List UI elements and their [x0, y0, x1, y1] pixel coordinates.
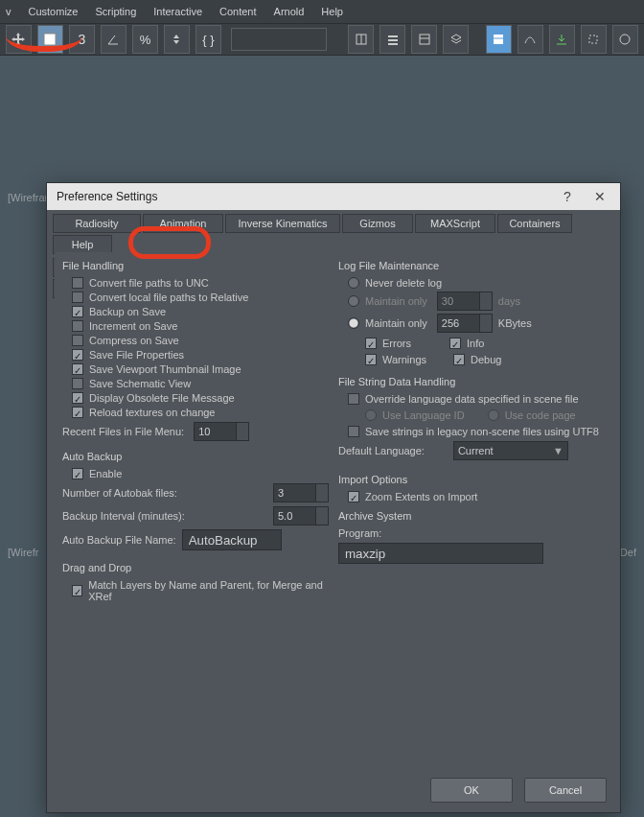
svg-rect-6	[420, 35, 429, 44]
cb-log-warnings[interactable]: Warnings	[365, 354, 426, 365]
svg-rect-10	[589, 35, 597, 43]
cb-log-debug[interactable]: Debug	[453, 354, 501, 365]
svg-rect-3	[388, 35, 398, 37]
default-language-label: Default Language:	[338, 445, 425, 456]
recent-files-spinner[interactable]	[194, 422, 249, 441]
rb-use-code-page[interactable]: Use code page	[488, 409, 576, 421]
tool-button[interactable]	[348, 25, 374, 54]
svg-rect-8	[494, 35, 503, 44]
viewport-label: [Wirefr	[8, 547, 38, 558]
right-column: Log File Maintenance Never delete log Ma…	[338, 258, 605, 605]
tool-button[interactable]	[612, 25, 638, 54]
default-language-row: Default Language: Current▼	[338, 441, 605, 460]
autobak-count-label: Number of Autobak files:	[62, 487, 177, 499]
tool-button[interactable]	[411, 25, 437, 54]
rb-never-delete-log[interactable]: Never delete log	[348, 277, 605, 289]
tool-button[interactable]	[581, 25, 607, 54]
group-string-handling: File String Data Handling	[338, 376, 605, 387]
cb-save-file-properties[interactable]: Save File Properties	[72, 349, 329, 361]
close-button[interactable]: ✕	[584, 183, 616, 210]
archive-program-label: Program:	[338, 527, 605, 539]
viewport-label: [Wirefran	[8, 192, 51, 203]
cb-save-strings-utf8[interactable]: Save strings in legacy non-scene files u…	[348, 426, 605, 437]
cb-override-language-data[interactable]: Override language data specified in scen…	[348, 393, 605, 405]
tab-gizmos[interactable]: Gizmos	[342, 214, 413, 233]
autobak-name-row: Auto Backup File Name:	[62, 529, 329, 550]
tool-button[interactable]	[486, 25, 512, 54]
group-archive-system: Archive System	[338, 510, 605, 522]
cb-backup-on-save[interactable]: Backup on Save	[72, 306, 329, 317]
cb-log-errors[interactable]: Errors	[365, 338, 411, 349]
menu-interactive[interactable]: Interactive	[153, 0, 202, 23]
tab-inverse-kinematics[interactable]: Inverse Kinematics	[225, 214, 340, 233]
main-toolbar: 3 % { }	[0, 24, 644, 56]
layers-icon[interactable]	[443, 25, 469, 54]
autobak-interval-row: Backup Interval (minutes):	[62, 506, 329, 525]
cb-save-schematic-view[interactable]: Save Schematic View	[72, 378, 329, 389]
cb-log-info[interactable]: Info	[449, 338, 484, 349]
tool-button-3[interactable]: 3	[69, 25, 95, 54]
menu-content[interactable]: Content	[219, 0, 257, 23]
braces-tool-icon[interactable]: { }	[196, 25, 221, 54]
tool-button[interactable]	[380, 25, 405, 54]
archive-program-input[interactable]	[338, 543, 543, 564]
dialog-titlebar: Preference Settings ? ✕	[47, 183, 620, 210]
autobak-count-spinner[interactable]	[273, 483, 329, 502]
move-tool-icon[interactable]	[6, 25, 32, 54]
group-log-maintenance: Log File Maintenance	[338, 260, 605, 271]
default-language-dropdown[interactable]: Current▼	[453, 441, 568, 460]
group-import-options: Import Options	[338, 474, 605, 485]
rb-maintain-days[interactable]: Maintain only days	[348, 292, 605, 311]
maintain-days-spinner[interactable]	[437, 292, 493, 311]
svg-point-11	[620, 35, 630, 44]
preference-settings-dialog: Preference Settings ? ✕ Radiosity Animat…	[46, 182, 621, 813]
menu-item[interactable]: v	[6, 0, 12, 23]
autobak-count-row: Number of Autobak files:	[62, 483, 329, 502]
autobak-name-label: Auto Backup File Name:	[62, 534, 176, 546]
cb-match-layers[interactable]: Match Layers by Name and Parent, for Mer…	[72, 579, 329, 602]
cb-reload-textures[interactable]: Reload textures on change	[72, 407, 329, 418]
cb-display-obsolete-message[interactable]: Display Obsolete File Message	[72, 392, 329, 404]
cb-convert-unc[interactable]: Convert file paths to UNC	[72, 277, 329, 289]
tab-help[interactable]: Help	[53, 235, 112, 254]
cancel-button[interactable]: Cancel	[524, 778, 607, 803]
cb-convert-relative[interactable]: Convert local file paths to Relative	[72, 292, 329, 303]
menu-customize[interactable]: Customize	[29, 0, 79, 23]
autobak-name-input[interactable]	[182, 529, 282, 550]
left-column: File Handling Convert file paths to UNC …	[62, 258, 329, 605]
tab-animation[interactable]: Animation	[143, 214, 223, 233]
help-button[interactable]: ?	[551, 183, 584, 210]
menu-help[interactable]: Help	[321, 0, 343, 23]
dialog-button-row: OK Cancel	[430, 778, 607, 803]
percent-tool-icon[interactable]: %	[132, 25, 158, 54]
selection-set-dropdown[interactable]	[231, 28, 327, 51]
tab-containers[interactable]: Containers	[497, 214, 572, 233]
menu-scripting[interactable]: Scripting	[95, 0, 136, 23]
ok-button[interactable]: OK	[430, 778, 513, 803]
maintain-kbytes-spinner[interactable]	[437, 314, 493, 333]
svg-rect-5	[388, 43, 398, 45]
dialog-title: Preference Settings	[57, 183, 551, 210]
autobak-interval-spinner[interactable]	[273, 506, 329, 525]
group-drag-drop: Drag and Drop	[62, 562, 329, 573]
tab-maxscript[interactable]: MAXScript	[415, 214, 495, 233]
tab-row-upper: Radiosity Animation Inverse Kinematics G…	[53, 214, 614, 254]
menu-arnold[interactable]: Arnold	[274, 0, 305, 23]
group-auto-backup: Auto Backup	[62, 451, 329, 462]
recent-files-row: Recent Files in File Menu:	[62, 422, 329, 441]
cb-compress-on-save[interactable]: Compress on Save	[72, 335, 329, 346]
curve-editor-icon[interactable]	[518, 25, 543, 54]
rb-use-language-id[interactable]: Use Language ID	[365, 409, 465, 421]
cb-enable-autobackup[interactable]: Enable	[72, 468, 329, 479]
cb-zoom-extents-import[interactable]: Zoom Extents on Import	[348, 491, 605, 502]
files-panel: File Handling Convert file paths to UNC …	[55, 252, 612, 770]
tab-radiosity[interactable]: Radiosity	[53, 214, 141, 233]
group-file-handling: File Handling	[62, 260, 329, 271]
angle-snap-icon[interactable]	[101, 25, 126, 54]
spinner-snap-icon[interactable]	[164, 25, 190, 54]
cb-increment-on-save[interactable]: Increment on Save	[72, 320, 329, 332]
rb-maintain-kbytes[interactable]: Maintain only KBytes	[348, 314, 605, 333]
download-icon[interactable]	[549, 25, 575, 54]
cb-save-viewport-thumbnail[interactable]: Save Viewport Thumbnail Image	[72, 363, 329, 375]
tool-button[interactable]	[37, 25, 63, 54]
